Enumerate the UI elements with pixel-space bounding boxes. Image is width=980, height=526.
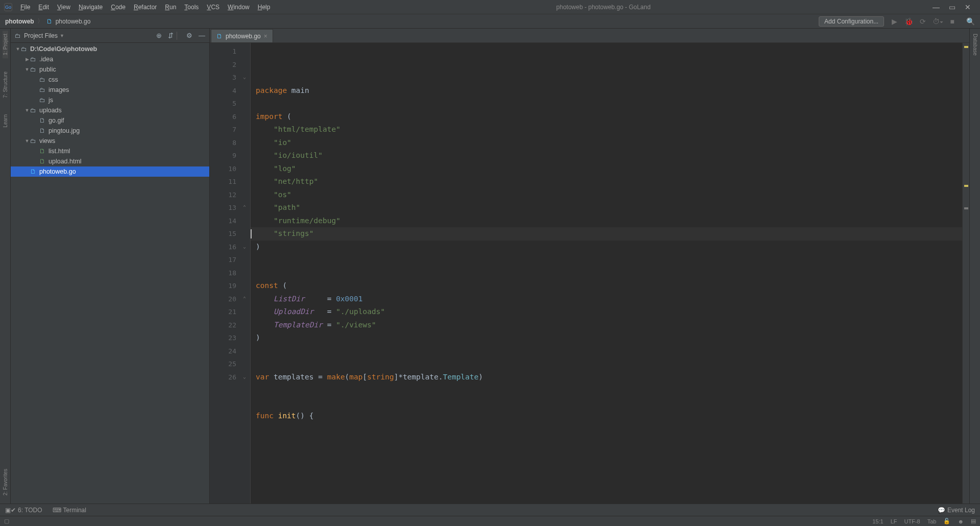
tab-label: photoweb.go [226,33,261,40]
todo-tool[interactable]: ✔6: TODO [11,507,42,514]
fold-gutter[interactable]: ⌄⌃⌄⌃⌄ [241,43,251,504]
tree-item[interactable]: 🗋photoweb.go [11,166,209,177]
window-title: photoweb - photoweb.go - GoLand [274,4,933,11]
close-button[interactable]: ✕ [965,3,971,11]
menu-view[interactable]: View [53,2,75,13]
breadcrumb-file[interactable]: photoweb.go [56,18,91,25]
tool-structure[interactable]: 7: Structure [3,68,8,101]
debug-icon[interactable]: 🐞 [904,17,913,26]
close-tab-icon[interactable]: × [264,33,267,40]
minimize-button[interactable]: — [933,3,940,11]
encoding[interactable]: UTF-8 [904,518,920,524]
stop-icon[interactable]: ■ [950,17,954,26]
menu-vcs[interactable]: VCS [203,2,224,13]
tool-database[interactable]: Database [972,31,978,59]
tree-item[interactable]: ▶🗀.idea [11,54,209,64]
tool-favorites[interactable]: 2: Favorites [3,466,8,498]
overview-ruler[interactable] [962,43,969,504]
caret-position[interactable]: 15:1 [872,518,883,524]
lock-icon[interactable]: 🔓 [943,518,950,524]
go-file-icon: 🗋 [216,33,223,40]
tree-item[interactable]: 🗋list.html [11,146,209,156]
tree-item[interactable]: 🗋pingtou.jpg [11,126,209,136]
run-icon[interactable]: ▶ [892,17,897,26]
menu-window[interactable]: Window [224,2,254,13]
tree-item[interactable]: 🗀images [11,85,209,95]
app-icon: Go [4,3,12,11]
menu-refactor[interactable]: Refactor [130,2,161,13]
menu-file[interactable]: File [16,2,34,13]
terminal-tool[interactable]: ⌨Terminal [53,507,86,514]
tool-window-button[interactable]: ▣ [5,507,11,514]
hide-icon[interactable]: — [199,32,205,39]
menu-edit[interactable]: Edit [34,2,53,13]
profile-icon[interactable]: ⏱▾ [933,17,943,26]
project-dropdown-label[interactable]: Project Files [24,32,58,39]
line-ending[interactable]: LF [891,518,897,524]
folder-icon: 🗀 [15,32,21,39]
go-file-icon: 🗋 [46,18,53,25]
maximize-button[interactable]: ▭ [949,3,955,11]
coverage-icon[interactable]: ⟳ [920,17,926,26]
status-icon[interactable]: ▢ [4,518,9,524]
tool-project[interactable]: 1: Project [3,31,8,58]
tree-item[interactable]: ▼🗀uploads [11,105,209,115]
menu-tools[interactable]: Tools [180,2,203,13]
inspection-icon[interactable]: ☻ [958,518,964,524]
menu-help[interactable]: Help [254,2,275,13]
breadcrumb-root[interactable]: photoweb [5,18,34,25]
tree-item[interactable]: 🗋go.gif [11,115,209,126]
search-icon[interactable]: 🔍 [966,17,975,26]
menu-run[interactable]: Run [161,2,180,13]
add-configuration-button[interactable]: Add Configuration... [819,16,884,27]
tree-item[interactable]: 🗀css [11,75,209,85]
tab-photoweb[interactable]: 🗋 photoweb.go × [211,29,273,42]
event-log[interactable]: 💬Event Log [938,507,975,514]
select-opened-icon[interactable]: ⊕ [156,32,162,39]
dropdown-icon[interactable]: ▼ [60,33,64,38]
menu-navigate[interactable]: Navigate [75,2,107,13]
tool-learn[interactable]: Learn [3,111,8,131]
tree-item[interactable]: ▼🗀public [11,64,209,75]
tree-item[interactable]: ▼🗀views [11,136,209,146]
tree-item[interactable]: 🗀js [11,95,209,105]
menu-code[interactable]: Code [107,2,130,13]
tree-item[interactable]: ▼🗀D:\Code\Go\photoweb [11,44,209,54]
mem-icon[interactable]: ▤ [971,518,976,524]
project-tree[interactable]: ▼🗀D:\Code\Go\photoweb▶🗀.idea▼🗀public🗀css… [11,43,209,504]
indent[interactable]: Tab [927,518,937,524]
main-menu: FileEditViewNavigateCodeRefactorRunTools… [16,2,274,13]
line-gutter[interactable]: 1234567891011121314151617181920212223242… [210,43,241,504]
tree-item[interactable]: 🗋upload.html [11,156,209,166]
run-toolbar: ▶ 🐞 ⟳ ⏱▾ ■ [889,17,957,26]
breadcrumb: photoweb 〉 🗋 photoweb.go [5,17,90,26]
expand-all-icon[interactable]: ⇵ [168,32,174,39]
settings-icon[interactable]: ⚙ [186,32,192,39]
code-editor[interactable]: package main import ( "html/template" "i… [251,43,962,504]
